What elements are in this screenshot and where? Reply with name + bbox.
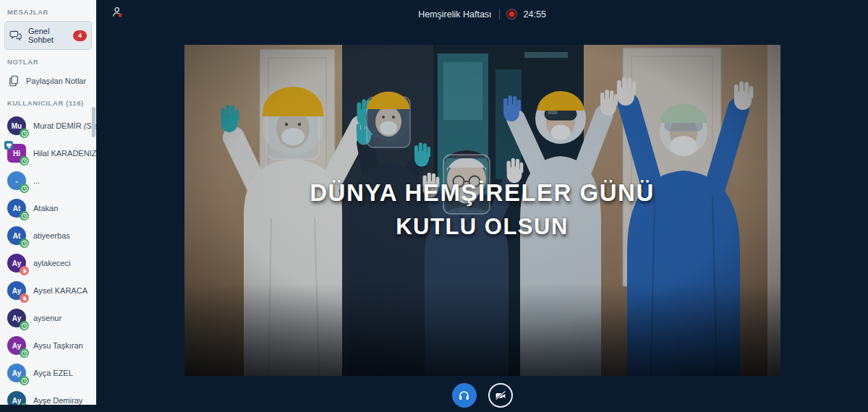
user-name: Aysu Taşkıran	[33, 341, 83, 350]
user-list-item[interactable]: Atatiyeerbas	[0, 222, 96, 249]
public-chat-item[interactable]: Genel Sohbet 4	[4, 21, 92, 50]
user-name: Murat DEMİR (Siz)	[33, 121, 96, 130]
clock-status-icon	[20, 184, 29, 193]
topbar-center: Hemşirelik Haftası 24:55	[418, 9, 546, 20]
user-avatar: -	[7, 171, 26, 190]
shared-notes-item[interactable]: Paylaşılan Notlar	[0, 71, 96, 91]
clock-status-icon	[20, 348, 29, 358]
clock-status-icon	[20, 239, 29, 248]
meeting-title: Hemşirelik Haftası	[418, 9, 491, 20]
user-avatar: At	[7, 226, 26, 245]
user-name: atiyeerbas	[33, 231, 70, 240]
user-name: aysenur	[33, 314, 61, 322]
chat-unread-badge: 4	[73, 30, 87, 41]
webcam-share-button[interactable]	[488, 383, 513, 408]
chat-label: Genel Sohbet	[28, 27, 69, 44]
user-name: Ayça EZEL	[33, 369, 73, 377]
user-avatar: Ay	[7, 364, 26, 382]
main-area: Hemşirelik Haftası 24:55	[96, 0, 868, 412]
clock-status-icon	[20, 211, 29, 220]
video-caption: DÜNYA HEMŞİRELER GÜNÜ KUTLU OLSUN	[184, 179, 780, 240]
user-avatar: Ay	[7, 336, 26, 355]
video-caption-line2: KUTLU OLSUN	[184, 214, 780, 240]
user-list-item[interactable]: MuMurat DEMİR (Siz)	[0, 112, 96, 140]
user-name: Ayşe Demiray	[33, 396, 82, 405]
user-notification-icon[interactable]	[111, 5, 124, 19]
record-dot-icon[interactable]	[507, 9, 516, 19]
notes-section-label: NOTLAR	[7, 58, 96, 66]
user-name: aylakececi	[33, 259, 70, 267]
user-list-item[interactable]: AtAtakan	[0, 194, 96, 222]
user-name: Aysel KARACA	[33, 286, 88, 295]
user-avatar: Ay	[7, 281, 26, 300]
user-name: Atakan	[33, 204, 58, 213]
user-list-item[interactable]: AyAyşe Demiray	[0, 387, 96, 405]
user-avatar: Ay	[7, 391, 26, 405]
user-list-item[interactable]: HiHilal KARADENIZ	[0, 140, 96, 167]
chat-bubbles-icon	[9, 29, 22, 42]
user-list-item[interactable]: Ayaylakececi	[0, 249, 96, 277]
audio-join-button[interactable]	[452, 383, 477, 408]
shared-video-frame: DÜNYA HEMŞİRELER GÜNÜ KUTLU OLSUN	[184, 45, 780, 376]
clock-status-icon	[20, 321, 29, 330]
headphones-icon	[457, 389, 471, 403]
user-avatar: At	[7, 199, 26, 218]
topbar: Hemşirelik Haftası 24:55	[96, 0, 868, 26]
clock-status-icon	[20, 376, 29, 385]
clock-status-icon	[20, 129, 29, 138]
user-name: ...	[33, 176, 40, 185]
user-avatar: Ay	[7, 309, 26, 327]
users-section-label: KULLANICILAR (116)	[7, 99, 96, 107]
user-list: MuMurat DEMİR (Siz)HiHilal KARADENIZ-...…	[0, 112, 96, 405]
video-caption-line1: DÜNYA HEMŞİRELER GÜNÜ	[184, 179, 780, 207]
presenter-screen-icon	[4, 141, 13, 150]
sidebar: MESAJLAR Genel Sohbet 4 NOTLAR Paylaşıla…	[0, 0, 96, 405]
user-name: Hilal KARADENIZ	[33, 149, 96, 158]
user-list-item[interactable]: AyAysu Taşkıran	[0, 332, 96, 359]
messages-section-label: MESAJLAR	[7, 8, 96, 16]
meeting-app: MESAJLAR Genel Sohbet 4 NOTLAR Paylaşıla…	[0, 0, 868, 412]
raised-hand-status-icon	[20, 293, 29, 303]
recording-timer: 24:55	[524, 9, 546, 20]
shared-notes-label: Paylaşılan Notlar	[26, 77, 86, 85]
user-avatar: Mu	[7, 116, 26, 135]
user-list-item[interactable]: -...	[0, 167, 96, 194]
action-bar	[96, 383, 868, 408]
user-avatar: Hi	[7, 144, 26, 163]
webcam-off-icon	[494, 389, 507, 402]
user-list-item[interactable]: Ayaysenur	[0, 304, 96, 332]
shared-notes-icon	[7, 74, 20, 87]
user-list-item[interactable]: AyAyça EZEL	[0, 359, 96, 387]
topbar-divider	[499, 9, 500, 20]
raised-hand-status-icon	[20, 266, 29, 275]
user-avatar: Ay	[7, 254, 26, 272]
user-list-item[interactable]: AyAysel KARACA	[0, 277, 96, 304]
clock-status-icon	[20, 156, 29, 166]
clock-status-icon	[20, 403, 29, 405]
userlist-scrollbar[interactable]	[92, 107, 95, 137]
